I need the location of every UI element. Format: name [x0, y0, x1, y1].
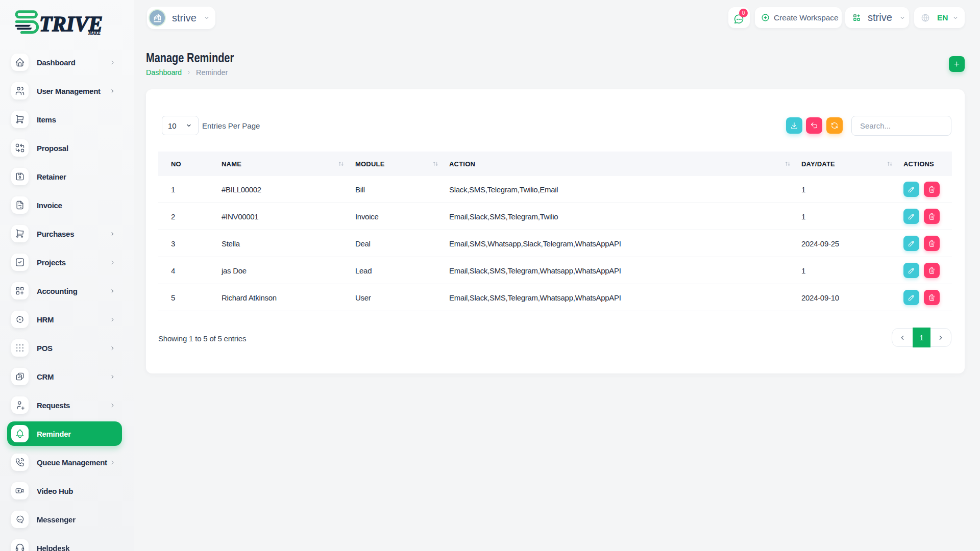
svg-text:MAKE: MAKE — [88, 30, 101, 35]
